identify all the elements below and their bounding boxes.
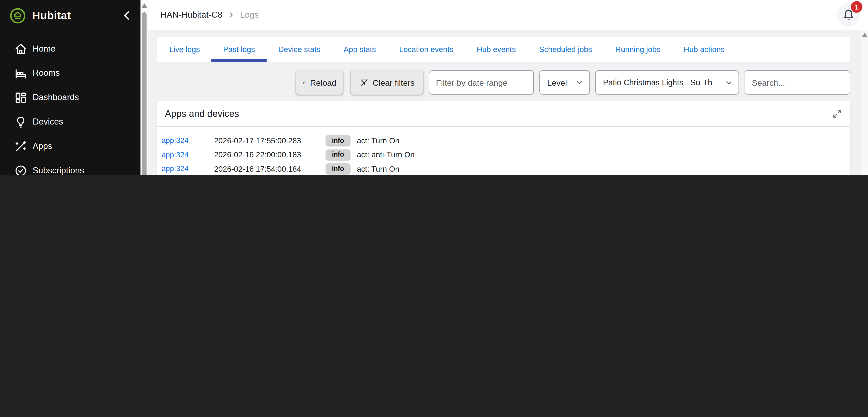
brand-name: Hubitat — [32, 9, 121, 22]
log-message: act: Turn On — [357, 164, 850, 173]
reload-label: Reload — [310, 78, 336, 87]
filter-bar: Reload Clear filters Level Patio Christm… — [157, 70, 850, 95]
tab-scheduled-jobs[interactable]: Scheduled jobs — [527, 37, 603, 62]
log-source-link[interactable]: app:324 — [162, 165, 214, 173]
log-table: app:324 2026-02-17 17:55:00.283 info act… — [157, 127, 850, 175]
sidebar: Hubitat Home Rooms — [0, 0, 141, 175]
tab-hub-actions[interactable]: Hub actions — [672, 37, 736, 62]
reload-button[interactable]: Reload — [296, 70, 343, 95]
sidebar-item-rooms[interactable]: Rooms — [0, 61, 141, 85]
lightbulb-icon — [14, 115, 28, 129]
device-select[interactable]: Patio Christmas Lights - Su-Th — [595, 70, 739, 95]
log-level-badge: info — [326, 163, 350, 174]
scroll-up-arrow[interactable] — [862, 33, 867, 37]
log-level-badge: info — [326, 149, 350, 160]
log-timestamp: 2026-02-16 17:54:00.184 — [214, 164, 326, 173]
tab-past-logs[interactable]: Past logs — [212, 37, 267, 62]
device-select-value: Patio Christmas Lights - Su-Th — [603, 78, 712, 87]
home-icon — [14, 42, 28, 56]
tab-running-jobs[interactable]: Running jobs — [604, 37, 672, 62]
breadcrumb: HAN-Hubitat-C8 Logs — [160, 0, 259, 30]
breadcrumb-current-page: Logs — [240, 10, 259, 20]
sidebar-item-label: Rooms — [33, 68, 60, 78]
notifications-button[interactable]: 1 — [837, 3, 860, 27]
clear-filters-label: Clear filters — [373, 78, 415, 87]
brand-header: Hubitat — [0, 0, 141, 31]
log-timestamp: 2026-02-16 22:00:00.183 — [214, 150, 326, 159]
hubitat-app-window: Hubitat Home Rooms — [0, 0, 868, 175]
refresh-icon — [303, 78, 306, 87]
sidebar-item-subscriptions[interactable]: Subscriptions — [0, 158, 141, 175]
apps-and-devices-panel: Apps and devices app:324 2026-02-17 17:5… — [157, 101, 850, 175]
tab-live-logs[interactable]: Live logs — [158, 37, 212, 62]
tab-device-stats[interactable]: Device stats — [267, 37, 332, 62]
dashboard-grid-icon — [14, 91, 28, 105]
tab-hub-events[interactable]: Hub events — [465, 37, 528, 62]
tab-app-stats[interactable]: App stats — [332, 37, 388, 62]
scroll-up-arrow[interactable] — [142, 3, 147, 8]
log-source-link[interactable]: app:324 — [162, 137, 214, 145]
content-vertical-scrollbar[interactable] — [861, 30, 868, 175]
top-bar: HAN-Hubitat-C8 Logs 1 — [148, 0, 868, 30]
page-vertical-scrollbar[interactable] — [141, 0, 148, 175]
level-select[interactable]: Level — [539, 70, 590, 95]
check-circle-icon — [14, 163, 28, 175]
sidebar-item-home[interactable]: Home — [0, 36, 141, 61]
filter-off-icon — [360, 78, 369, 87]
log-row: app:324 2026-02-17 17:55:00.283 info act… — [162, 133, 850, 148]
logs-tab-bar: Live logs Past logs Device stats App sta… — [157, 37, 850, 62]
log-message: act: Turn On — [357, 136, 850, 145]
panel-title: Apps and devices — [165, 108, 239, 119]
log-source-link[interactable]: app:324 — [162, 150, 214, 159]
sidebar-item-label: Devices — [33, 117, 63, 127]
sidebar-item-devices[interactable]: Devices — [0, 110, 141, 134]
panel-header: Apps and devices — [157, 101, 850, 127]
date-range-input[interactable] — [429, 70, 534, 95]
scrollbar-thumb[interactable] — [142, 12, 146, 175]
breadcrumb-hub-link[interactable]: HAN-Hubitat-C8 — [160, 10, 222, 20]
log-timestamp: 2026-02-17 17:55:00.283 — [214, 136, 326, 145]
log-row: app:324 2026-02-16 17:54:00.184 info act… — [162, 162, 850, 175]
log-row: app:324 2026-02-16 22:00:00.183 info act… — [162, 148, 850, 162]
sidebar-item-label: Apps — [33, 141, 52, 151]
expand-arrows-icon[interactable] — [832, 109, 842, 119]
sidebar-item-label: Home — [33, 44, 56, 54]
sidebar-menu: Home Rooms Dashboards — [0, 31, 141, 175]
sidebar-item-label: Dashboards — [33, 92, 79, 102]
sidebar-item-label: Subscriptions — [33, 166, 84, 175]
chevron-right-icon — [227, 10, 236, 19]
log-message: act: anti-Turn On — [357, 150, 850, 159]
tab-location-events[interactable]: Location events — [388, 37, 465, 62]
level-select-label: Level — [547, 78, 567, 87]
main-content: HAN-Hubitat-C8 Logs 1 Live logs Past log… — [148, 0, 868, 175]
search-input[interactable] — [745, 70, 850, 95]
sidebar-item-dashboards[interactable]: Dashboards — [0, 85, 141, 110]
chevron-down-icon — [576, 78, 584, 87]
sidebar-collapse-icon[interactable] — [121, 9, 132, 22]
hubitat-logo-icon — [9, 7, 27, 24]
clear-filters-button[interactable]: Clear filters — [351, 70, 423, 95]
bed-icon — [14, 66, 28, 80]
sidebar-item-apps[interactable]: Apps — [0, 134, 141, 158]
chevron-down-icon — [725, 78, 733, 87]
notification-count-badge: 1 — [851, 1, 862, 13]
magic-wand-icon — [14, 139, 28, 153]
log-level-badge: info — [326, 135, 350, 146]
